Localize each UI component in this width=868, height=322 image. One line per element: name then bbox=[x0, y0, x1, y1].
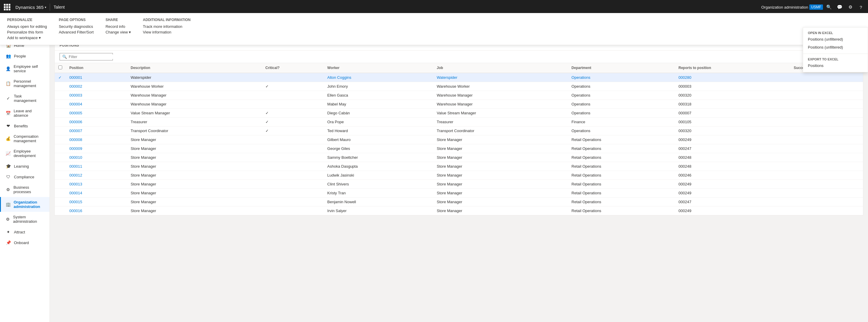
position-worker: Diego Cabán bbox=[324, 109, 433, 118]
search-icon[interactable]: 🔍 bbox=[824, 2, 834, 12]
sidebar-item-learning[interactable]: 🎓Learning bbox=[0, 161, 50, 171]
advanced-filter[interactable]: Advanced Filter/Sort bbox=[59, 30, 94, 34]
position-job: Store Manager bbox=[433, 153, 568, 162]
sidebar-icon: 👥 bbox=[6, 54, 11, 58]
position-reports: 000247 bbox=[675, 198, 790, 206]
view-information[interactable]: View information bbox=[143, 30, 190, 34]
position-id[interactable]: 000013 bbox=[66, 180, 127, 189]
user-badge[interactable]: USMF bbox=[809, 4, 823, 10]
sidebar-icon: ✓ bbox=[6, 96, 11, 101]
position-department: Operations bbox=[568, 127, 675, 135]
table-row: 000006Treasurer✓Ora PopeTreasurerFinance… bbox=[55, 118, 863, 127]
chat-icon[interactable]: 💬 bbox=[835, 2, 844, 12]
position-department[interactable]: Operations bbox=[568, 73, 675, 82]
position-id[interactable]: 000012 bbox=[66, 171, 127, 180]
position-id[interactable]: 000016 bbox=[66, 206, 127, 215]
sidebar-item-organization-administration[interactable]: 🏢Organization administration bbox=[0, 197, 50, 212]
options-panel: OPEN IN EXCEL Positions (unfiltered) Pos… bbox=[803, 27, 868, 72]
position-critical bbox=[262, 91, 324, 100]
row-checkbox-cell bbox=[55, 153, 66, 162]
sidebar-item-leave-and-absence[interactable]: 📅Leave and absence bbox=[0, 106, 50, 121]
critical-checkmark: ✓ bbox=[266, 129, 269, 133]
positions-unfiltered-1[interactable]: Positions (unfiltered) bbox=[803, 35, 868, 43]
waffle-menu[interactable] bbox=[2, 2, 12, 12]
position-successor bbox=[790, 135, 863, 144]
position-critical: ✓ bbox=[262, 109, 324, 118]
position-id[interactable]: 000005 bbox=[66, 109, 127, 118]
position-department: Retail Operations bbox=[568, 198, 675, 206]
position-id[interactable]: 000010 bbox=[66, 153, 127, 162]
sidebar-item-employee-self-service[interactable]: 👤Employee self service bbox=[0, 61, 50, 76]
sidebar-icon: 🏢 bbox=[6, 202, 11, 207]
position-job: Warehouse Manager bbox=[433, 100, 568, 109]
position-reports: 000246 bbox=[675, 171, 790, 180]
sidebar-label: Learning bbox=[14, 164, 29, 168]
sidebar-label: Personnel management bbox=[13, 79, 45, 88]
position-job: Store Manager bbox=[433, 198, 568, 206]
sidebar-item-attract[interactable]: ✦Attract bbox=[0, 227, 50, 237]
position-critical: ✓ bbox=[262, 118, 324, 127]
sidebar-item-business-processes[interactable]: ⚙Business processes bbox=[0, 182, 50, 197]
settings-icon[interactable]: ⚙ bbox=[845, 2, 855, 12]
sidebar-item-benefits[interactable]: ❤Benefits bbox=[0, 121, 50, 131]
position-id[interactable]: 000008 bbox=[66, 135, 127, 144]
help-icon[interactable]: ? bbox=[856, 2, 866, 12]
personalize-form[interactable]: Personalize this form bbox=[7, 30, 47, 34]
sidebar-label: Leave and absence bbox=[13, 109, 45, 118]
add-to-workspace[interactable]: Add to workspace ▾ bbox=[7, 36, 47, 40]
app-name[interactable]: Dynamics 365 ▾ bbox=[16, 5, 46, 10]
sidebar-icon: ✦ bbox=[6, 230, 11, 234]
position-successor bbox=[790, 91, 863, 100]
col-header-Description: Description bbox=[127, 63, 262, 73]
position-id[interactable]: 000004 bbox=[66, 100, 127, 109]
sidebar-item-personnel-management[interactable]: 📋Personnel management bbox=[0, 76, 50, 91]
position-worker[interactable]: Alton Coggins bbox=[324, 73, 433, 82]
sidebar-item-system-administration[interactable]: ⚙System administration bbox=[0, 212, 50, 227]
position-id[interactable]: 000001 bbox=[66, 73, 127, 82]
sidebar: ☰ 🏠Home👥People👤Employee self service📋Per… bbox=[0, 27, 50, 322]
personalize-panel: PERSONALIZE Always open for editing Pers… bbox=[0, 13, 868, 45]
track-more-info[interactable]: Track more information bbox=[143, 24, 190, 29]
export-positions[interactable]: Positions bbox=[803, 62, 868, 70]
sidebar-item-compensation-management[interactable]: 💰Compensation management bbox=[0, 131, 50, 146]
always-open-editing[interactable]: Always open for editing bbox=[7, 24, 47, 29]
position-description: Waterspider bbox=[127, 73, 262, 82]
filter-input[interactable] bbox=[69, 55, 119, 59]
page-options-col: PAGE OPTIONS Security diagnostics Advanc… bbox=[59, 18, 94, 40]
sidebar-icon: ❤ bbox=[6, 124, 11, 128]
position-job[interactable]: Waterspider bbox=[433, 73, 568, 82]
position-job: Value Stream Manager bbox=[433, 109, 568, 118]
row-checkbox-cell bbox=[55, 189, 66, 198]
position-job: Store Manager bbox=[433, 162, 568, 171]
change-view[interactable]: Change view ▾ bbox=[105, 30, 131, 34]
sidebar-item-employee-development[interactable]: 📈Employee development bbox=[0, 146, 50, 161]
position-id[interactable]: 000014 bbox=[66, 189, 127, 198]
position-description: Warehouse Worker bbox=[127, 82, 262, 91]
table-row: 000015Store ManagerBenjamin NowellStore … bbox=[55, 198, 863, 206]
position-id[interactable]: 000003 bbox=[66, 91, 127, 100]
position-successor bbox=[790, 153, 863, 162]
position-reports[interactable]: 000280 bbox=[675, 73, 790, 82]
positions-unfiltered-2[interactable]: Positions (unfiltered) bbox=[803, 43, 868, 51]
sidebar-item-compliance[interactable]: 🛡Compliance bbox=[0, 171, 50, 182]
row-checkbox-cell bbox=[55, 198, 66, 206]
position-id[interactable]: 000011 bbox=[66, 162, 127, 171]
sidebar-label: System administration bbox=[13, 215, 45, 224]
positions-table-wrapper: PositionDescriptionCritical?WorkerJobDep… bbox=[55, 63, 863, 215]
position-id[interactable]: 000007 bbox=[66, 127, 127, 135]
position-id[interactable]: 000006 bbox=[66, 118, 127, 127]
security-diagnostics[interactable]: Security diagnostics bbox=[59, 24, 94, 29]
select-all-checkbox[interactable] bbox=[58, 65, 62, 69]
position-worker: Ludwik Jasinski bbox=[324, 171, 433, 180]
sidebar-item-onboard[interactable]: 📌Onboard bbox=[0, 237, 50, 248]
record-info[interactable]: Record info bbox=[105, 24, 131, 29]
sidebar-item-people[interactable]: 👥People bbox=[0, 51, 50, 61]
position-worker: Ellen Gasca bbox=[324, 91, 433, 100]
position-id[interactable]: 000015 bbox=[66, 198, 127, 206]
position-description: Store Manager bbox=[127, 198, 262, 206]
sidebar-label: Compensation management bbox=[13, 134, 45, 143]
col-header-Critical?: Critical? bbox=[262, 63, 324, 73]
sidebar-item-task-management[interactable]: ✓Task management bbox=[0, 91, 50, 106]
position-id[interactable]: 000009 bbox=[66, 144, 127, 153]
position-id[interactable]: 000002 bbox=[66, 82, 127, 91]
